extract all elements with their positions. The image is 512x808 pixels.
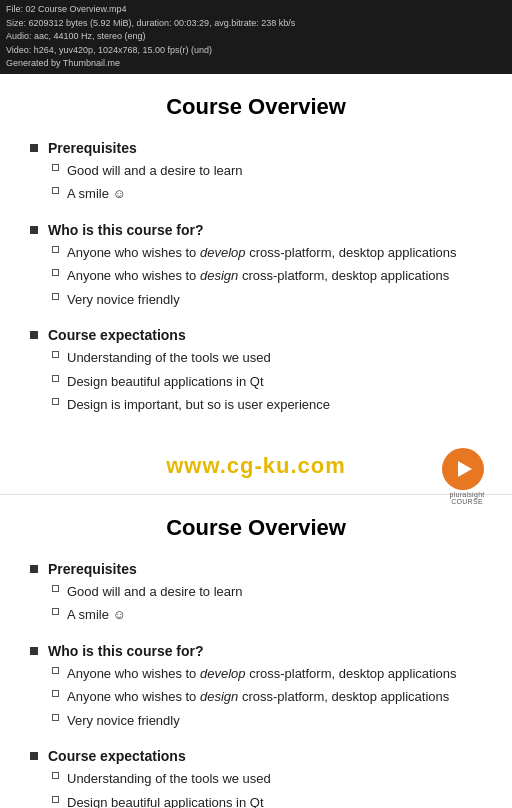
watermark-section: www.cg-ku.com pluralsightCOURSE [0, 443, 512, 494]
s2-subitem-1-2: Very novice friendly [48, 711, 482, 731]
sub-bullet [52, 667, 59, 674]
s2-subitem-0-0: Good will and a desire to learn [48, 582, 482, 602]
subitem-2-0-text: Understanding of the tools we used [67, 348, 271, 368]
s2-subitem-1-2-text: Very novice friendly [67, 711, 180, 731]
section-2-item-2: Course expectations Understanding of the… [30, 748, 482, 808]
s2-item-2-label: Course expectations [48, 748, 482, 764]
sub-bullet [52, 246, 59, 253]
bullet-square-s2-0 [30, 565, 38, 573]
subitem-2-2: Design is important, but so is user expe… [48, 395, 482, 415]
subitem-0-1-text: A smile ☺ [67, 184, 126, 204]
s2-subitem-1-0-text: Anyone who wishes to develop cross-platf… [67, 664, 457, 684]
item-2-sublist: Understanding of the tools we used Desig… [48, 348, 482, 415]
item-0-label: Prerequisites [48, 140, 482, 156]
subitem-0-0: Good will and a desire to learn [48, 161, 482, 181]
subitem-2-0: Understanding of the tools we used [48, 348, 482, 368]
item-1-content: Who is this course for? Anyone who wishe… [48, 222, 482, 314]
section-2-list: Prerequisites Good will and a desire to … [30, 561, 482, 809]
section-2-item-0: Prerequisites Good will and a desire to … [30, 561, 482, 629]
item-1-label: Who is this course for? [48, 222, 482, 238]
item-0-content: Prerequisites Good will and a desire to … [48, 140, 482, 208]
italic-design-1: design [200, 268, 238, 283]
s2-item-0-sublist: Good will and a desire to learn A smile … [48, 582, 482, 625]
sub-bullet [52, 187, 59, 194]
s2-item-2-sublist: Understanding of the tools we used Desig… [48, 769, 482, 808]
sub-bullet [52, 690, 59, 697]
sub-bullet [52, 351, 59, 358]
s2-item-1-label: Who is this course for? [48, 643, 482, 659]
s2-item-0-content: Prerequisites Good will and a desire to … [48, 561, 482, 629]
section-1-title: Course Overview [30, 94, 482, 120]
section-1-list: Prerequisites Good will and a desire to … [30, 140, 482, 419]
italic-develop-2: develop [200, 666, 246, 681]
subitem-0-0-text: Good will and a desire to learn [67, 161, 243, 181]
s2-item-1-sublist: Anyone who wishes to develop cross-platf… [48, 664, 482, 731]
section-1-item-2: Course expectations Understanding of the… [30, 327, 482, 419]
italic-design-2: design [200, 689, 238, 704]
play-circle-1 [442, 448, 484, 490]
s2-item-1-content: Who is this course for? Anyone who wishe… [48, 643, 482, 735]
file-info-line1: File: 02 Course Overview.mp4 [6, 3, 506, 17]
watermark-text: www.cg-ku.com [30, 453, 482, 479]
sub-bullet [52, 293, 59, 300]
item-2-label: Course expectations [48, 327, 482, 343]
s2-subitem-1-1: Anyone who wishes to design cross-platfo… [48, 687, 482, 707]
s2-subitem-0-1: A smile ☺ [48, 605, 482, 625]
s2-subitem-2-0: Understanding of the tools we used [48, 769, 482, 789]
subitem-0-1: A smile ☺ [48, 184, 482, 204]
subitem-1-1: Anyone who wishes to design cross-platfo… [48, 266, 482, 286]
italic-develop-1: develop [200, 245, 246, 260]
sub-bullet [52, 375, 59, 382]
section-2: Course Overview Prerequisites Good will … [0, 495, 512, 809]
s2-subitem-2-0-text: Understanding of the tools we used [67, 769, 271, 789]
subitem-1-1-text: Anyone who wishes to design cross-platfo… [67, 266, 449, 286]
sub-bullet [52, 796, 59, 803]
file-info-line2: Size: 6209312 bytes (5.92 MiB), duration… [6, 17, 506, 31]
bullet-square-0 [30, 144, 38, 152]
s2-subitem-0-0-text: Good will and a desire to learn [67, 582, 243, 602]
s2-subitem-0-1-text: A smile ☺ [67, 605, 126, 625]
bullet-square-1 [30, 226, 38, 234]
item-2-content: Course expectations Understanding of the… [48, 327, 482, 419]
subitem-2-1-text: Design beautiful applications in Qt [67, 372, 264, 392]
sub-bullet [52, 714, 59, 721]
subitem-1-0-text: Anyone who wishes to develop cross-platf… [67, 243, 457, 263]
s2-subitem-2-1: Design beautiful applications in Qt [48, 793, 482, 809]
file-info-line4: Video: h264, yuv420p, 1024x768, 15.00 fp… [6, 44, 506, 58]
play-icon-1 [458, 461, 472, 477]
section-2-title: Course Overview [30, 515, 482, 541]
sub-bullet [52, 398, 59, 405]
sub-bullet [52, 269, 59, 276]
s2-subitem-2-1-text: Design beautiful applications in Qt [67, 793, 264, 809]
file-info-line5: Generated by Thumbnail.me [6, 57, 506, 71]
sub-bullet [52, 585, 59, 592]
subitem-1-0: Anyone who wishes to develop cross-platf… [48, 243, 482, 263]
s2-subitem-1-1-text: Anyone who wishes to design cross-platfo… [67, 687, 449, 707]
bullet-square-s2-2 [30, 752, 38, 760]
file-info-line3: Audio: aac, 44100 Hz, stereo (eng) [6, 30, 506, 44]
section-2-item-1: Who is this course for? Anyone who wishe… [30, 643, 482, 735]
subitem-2-2-text: Design is important, but so is user expe… [67, 395, 330, 415]
sub-bullet [52, 164, 59, 171]
bullet-square-2 [30, 331, 38, 339]
bullet-square-s2-1 [30, 647, 38, 655]
sub-bullet [52, 772, 59, 779]
s2-item-2-content: Course expectations Understanding of the… [48, 748, 482, 808]
pluralsight-logo-1: pluralsightCOURSE [442, 448, 492, 493]
subitem-2-1: Design beautiful applications in Qt [48, 372, 482, 392]
s2-subitem-1-0: Anyone who wishes to develop cross-platf… [48, 664, 482, 684]
item-1-sublist: Anyone who wishes to develop cross-platf… [48, 243, 482, 310]
subitem-1-2: Very novice friendly [48, 290, 482, 310]
file-info-bar: File: 02 Course Overview.mp4 Size: 62093… [0, 0, 512, 74]
item-0-sublist: Good will and a desire to learn A smile … [48, 161, 482, 204]
sub-bullet [52, 608, 59, 615]
subitem-1-2-text: Very novice friendly [67, 290, 180, 310]
section-1: Course Overview Prerequisites Good will … [0, 74, 512, 443]
section-1-item-1: Who is this course for? Anyone who wishe… [30, 222, 482, 314]
section-1-item-0: Prerequisites Good will and a desire to … [30, 140, 482, 208]
s2-item-0-label: Prerequisites [48, 561, 482, 577]
